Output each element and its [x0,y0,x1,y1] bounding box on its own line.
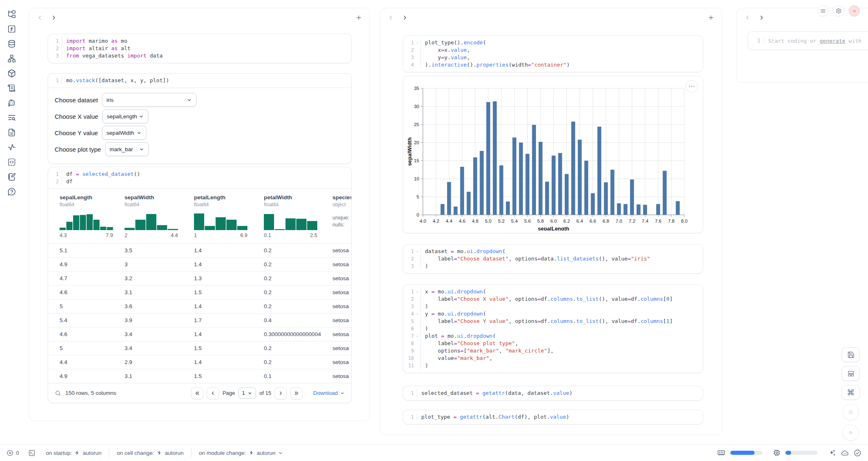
sidebar-file-tree-button[interactable] [7,9,16,18]
table-column-header[interactable]: sepalWidthfloat6424.4 [125,194,194,239]
helper-sidebar [0,0,23,444]
config-value: autorun [257,450,276,456]
chevron-down-icon [416,290,419,294]
runtime-config-item[interactable]: on module change: autorun [199,450,284,456]
column-prev-icon[interactable] [37,14,43,21]
cell-xy-plot-dropdowns[interactable]: 1x = mo.ui.dropdown(2 label="Choose X va… [403,284,703,373]
terminal-button[interactable] [28,449,35,456]
code-line: import marimo as mo [62,37,351,45]
choose-x-value-select[interactable]: sepalLength [102,109,148,123]
table-row: 4.42.91.40.2setosa [48,355,351,369]
line-number: 1 [48,171,59,178]
table-summary: 150 rows, 5 columns [65,390,116,396]
save-button[interactable] [842,347,860,362]
download-button[interactable]: Download [313,390,345,396]
column-next-icon[interactable] [51,14,57,21]
cell-imports[interactable]: 1import marimo as mo2import altair as al… [48,34,352,63]
cell-plot-type[interactable]: 1plot_type = getattr(alt.Chart(df), plot… [403,410,703,424]
search-icon[interactable] [55,390,61,396]
runtime-config-item[interactable]: on startup: autorun [46,450,102,456]
table-column-header[interactable]: sepalLengthfloat644.37.9 [60,194,125,239]
fold-toggle-icon[interactable] [414,310,420,318]
column-prev-icon[interactable] [388,14,394,21]
fold-toggle-icon[interactable] [414,248,420,255]
table-row: 4.931.40.2setosa [48,257,351,271]
first-page-button[interactable] [191,387,203,399]
table-column-header[interactable]: speciesobjectunique:nulls: [332,194,351,239]
sidebar-scratchpad-button[interactable] [7,172,16,181]
column-next-icon[interactable] [402,14,408,21]
page-select[interactable]: 1 [238,387,256,399]
selected-value: iris [106,97,113,103]
chevron-left-icon [210,390,216,396]
table-cell: 1.5 [194,289,264,295]
bar-chart[interactable]: 4.04.24.44.64.85.05.25.45.65.86.06.26.46… [406,79,700,230]
chevron-down-icon [139,147,144,152]
add-cell-icon[interactable] [356,14,362,21]
settings-button[interactable] [833,5,844,16]
svg-text:7.8: 7.8 [668,219,674,224]
cell-dataset-dropdown[interactable]: 1dataset = mo.ui.dropdown(2 label="Choos… [403,244,703,274]
sidebar-tracing-button[interactable] [7,143,16,152]
line-number: 3 [403,54,414,61]
column-prev-icon[interactable] [744,14,751,21]
runtime-config-item[interactable]: on cell change: autorun [117,450,184,456]
generate-link[interactable]: generate [820,38,845,44]
table-column-header[interactable]: petalLengthfloat6416.9 [194,194,264,239]
table-cell: 5.4 [60,317,125,323]
empty-cell-editor[interactable]: 1 Start coding or generate with [748,31,868,50]
add-cell-icon[interactable] [708,14,714,21]
line-number: 3 [403,263,414,270]
cell-plot[interactable]: 1plot_type().encode(2 x=x.value,3 y=y.va… [403,35,703,72]
sidebar-chat-button[interactable] [7,98,16,107]
sidebar-text-search-button[interactable] [7,113,16,122]
chart-actions-icon[interactable] [686,80,698,92]
svg-text:20: 20 [414,140,419,145]
choose-y-value-select[interactable]: sepalWidth [102,126,146,140]
errors-indicator[interactable]: 0 [7,449,19,456]
table-cell: setosa [332,345,351,351]
sidebar-dependency-graph-button[interactable] [7,54,16,63]
table-cell: 3.5 [125,247,194,254]
fold-toggle-icon[interactable] [414,39,420,46]
code-line: y = mo.ui.dropdown( [420,310,703,318]
cell-dataframe[interactable]: 1df = selected_dataset()2df sepalLengthf… [48,167,352,403]
column-next-icon[interactable] [758,14,765,21]
line-number: 1 [403,390,414,397]
scratchpad-icon [7,173,16,181]
sidebar-logs-button[interactable] [7,83,16,92]
cell-selected-dataset[interactable]: 1selected_dataset = getattr(data, datase… [403,386,703,401]
close-button[interactable] [849,5,860,16]
fold-toggle-icon[interactable] [414,332,420,340]
chart-output: 4.04.24.44.64.85.05.25.45.65.86.06.26.46… [403,76,703,233]
sidebar-database-button[interactable] [7,39,16,48]
choose-plot-type-select[interactable]: mark_bar [105,142,149,156]
sidebar-function-square-button[interactable] [7,24,16,33]
choose-dataset-select[interactable]: iris [102,93,196,107]
table-cell: 1.4 [194,303,264,309]
sidebar-help-button[interactable] [7,187,16,196]
play-button[interactable] [843,424,859,441]
cell-vstack[interactable]: 1mo.vstack([dataset, x, y, plot]) Choose… [48,73,352,164]
table-column-header[interactable]: petalWidthfloat640.12.5 [264,194,332,239]
stop-button[interactable] [843,404,859,420]
table-cell: 0.2 [264,247,332,254]
column-1-header [29,8,369,26]
prev-page-button[interactable] [207,387,219,399]
fold-toggle-icon[interactable] [414,288,420,295]
command-palette-button[interactable]: ⌘ [842,385,860,400]
sparkles-button[interactable] [828,449,836,457]
code-line: plot_type().encode( [420,39,703,46]
sidebar-documentation-button[interactable] [7,128,16,137]
line-number: 4 [403,310,414,318]
layout-button[interactable] [842,366,860,381]
last-page-button[interactable] [290,387,302,399]
svg-text:7.4: 7.4 [642,219,649,224]
menu-button[interactable] [817,5,829,16]
cloud-bot-button[interactable] [841,449,849,457]
next-page-button[interactable] [275,387,287,399]
pagination: Page 1 of 15 [191,387,302,399]
table-cell: 3.2 [125,275,194,281]
sidebar-snippets-button[interactable] [7,157,16,166]
sidebar-package-button[interactable] [7,69,16,78]
